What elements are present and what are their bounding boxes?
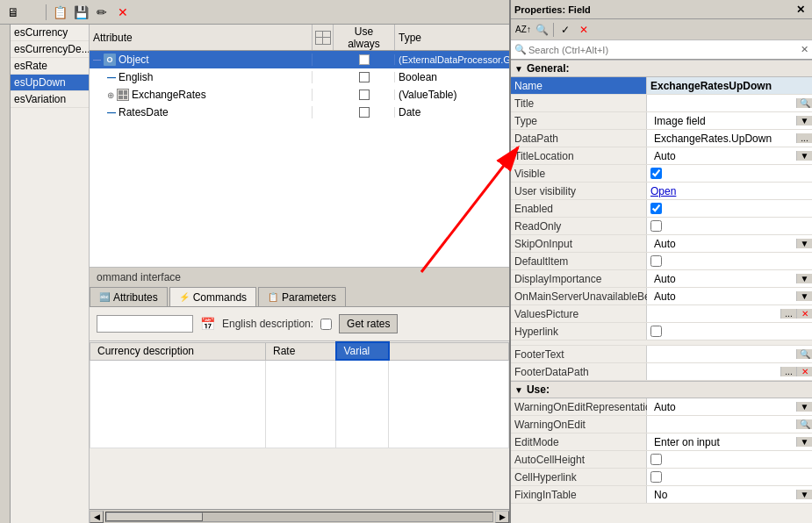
warningoneditrepr-dropdown-btn[interactable]: ▼: [796, 402, 812, 412]
props-close-tool-btn[interactable]: ✕: [575, 21, 593, 39]
displayimportance-dropdown-btn[interactable]: ▼: [796, 274, 812, 283]
tree-row-english[interactable]: — English Boolean: [90, 68, 509, 86]
defaultitem-checkbox[interactable]: [650, 255, 662, 267]
english-use-checkbox[interactable]: [359, 72, 370, 82]
prop-value-titlelocation[interactable]: Auto ▼: [647, 147, 812, 164]
prop-value-name[interactable]: [647, 77, 812, 94]
readonly-checkbox[interactable]: [650, 220, 662, 232]
visible-checkbox[interactable]: [650, 168, 662, 179]
prop-value-displayimportance[interactable]: Auto ▼: [647, 270, 812, 287]
prop-value-enabled[interactable]: [647, 200, 812, 217]
toolbar-save-btn[interactable]: 💾: [71, 3, 90, 22]
search-clear-icon[interactable]: ✕: [801, 44, 808, 55]
prop-input-title[interactable]: [650, 97, 796, 110]
skiponinput-dropdown-btn[interactable]: ▼: [796, 239, 812, 248]
use-section-header[interactable]: ▼ Use:: [511, 381, 812, 398]
ratesdate-use-checkbox[interactable]: [359, 107, 370, 118]
search-input[interactable]: [528, 45, 799, 55]
footerdatapath-clear-btn[interactable]: ✕: [796, 367, 812, 376]
sidebar-item-escurrency[interactable]: esCurrency: [11, 25, 89, 41]
scroll-right-btn[interactable]: ▶: [495, 511, 509, 523]
properties-close-btn[interactable]: ✕: [793, 2, 808, 18]
footertext-search-btn[interactable]: 🔍: [796, 349, 812, 359]
prop-input-name[interactable]: [650, 80, 808, 92]
toolbar-copy-btn[interactable]: 📋: [50, 3, 69, 22]
props-check-btn[interactable]: ✓: [557, 21, 574, 39]
english-desc-checkbox[interactable]: [320, 319, 332, 330]
fixingintable-dropdown-btn[interactable]: ▼: [796, 490, 812, 499]
valuespicture-clear-btn[interactable]: ✕: [796, 309, 812, 319]
type-dropdown[interactable]: Image field ▼: [650, 115, 812, 127]
editmode-dropdown[interactable]: Enter on input ▼: [650, 436, 812, 448]
prop-value-defaultitem[interactable]: [647, 253, 812, 269]
prop-value-cellhyperlink[interactable]: [647, 469, 812, 485]
tab-commands[interactable]: ⚡ Commands: [169, 287, 256, 306]
horizontal-scrollbar[interactable]: ◀ ▶: [90, 509, 509, 523]
get-rates-button[interactable]: Get rates: [339, 314, 398, 333]
displayimportance-dropdown[interactable]: Auto ▼: [650, 273, 812, 285]
valuespicture-ellipsis-btn[interactable]: ...: [780, 309, 796, 319]
tab-attributes[interactable]: 🔤 Attributes: [90, 287, 168, 306]
warningoneditrepr-dropdown[interactable]: Auto ▼: [650, 401, 812, 413]
sidebar-item-esvariation[interactable]: esVariation: [11, 91, 89, 108]
prop-value-uservisibility[interactable]: Open: [647, 183, 812, 199]
sidebar-item-escurrencyde[interactable]: esCurrencyDe...: [11, 41, 89, 58]
titlelocation-dropdown-btn[interactable]: ▼: [796, 151, 812, 161]
editmode-dropdown-btn[interactable]: ▼: [796, 437, 812, 447]
prop-value-valuespicture[interactable]: ... ✕: [647, 305, 812, 322]
prop-value-footertext[interactable]: 🔍: [647, 346, 812, 362]
object-use-checkbox[interactable]: [359, 54, 370, 65]
datapath-ellipsis-btn[interactable]: ...: [796, 133, 812, 143]
titlelocation-dropdown[interactable]: Auto ▼: [650, 150, 812, 162]
command-interface-bar[interactable]: ommand interface: [90, 267, 509, 286]
prop-input-footertext[interactable]: [650, 348, 796, 361]
prop-value-warningonedit[interactable]: 🔍: [647, 416, 812, 433]
type-dropdown-btn[interactable]: ▼: [796, 116, 812, 125]
general-section-header[interactable]: ▼ General:: [511, 60, 812, 77]
cellhyperlink-checkbox[interactable]: [650, 471, 662, 483]
toolbar-monitor-btn[interactable]: 🖥: [4, 3, 23, 22]
sidebar-item-esupdown[interactable]: esUpDown: [11, 75, 89, 91]
prop-value-autocellheight[interactable]: [647, 451, 812, 468]
sidebar-item-esrate[interactable]: esRate: [11, 58, 89, 75]
autocellheight-checkbox[interactable]: [650, 454, 662, 465]
prop-value-visible[interactable]: [647, 165, 812, 182]
onmainserver-dropdown[interactable]: Auto ▼: [650, 290, 812, 303]
user-visibility-link[interactable]: Open: [650, 185, 676, 197]
prop-value-title[interactable]: 🔍: [647, 95, 812, 111]
scroll-left-btn[interactable]: ◀: [90, 511, 104, 523]
prop-input-warningonedit[interactable]: [650, 419, 796, 431]
enabled-checkbox[interactable]: [650, 203, 662, 214]
warningonedit-search-btn[interactable]: 🔍: [796, 419, 812, 429]
skiponinput-dropdown[interactable]: Auto ▼: [650, 238, 812, 250]
calendar-icon[interactable]: 📅: [200, 317, 215, 331]
exchangerates-use-checkbox[interactable]: [359, 90, 370, 100]
hyperlink-checkbox[interactable]: [650, 326, 662, 337]
prop-row-title: Title 🔍: [511, 95, 812, 112]
prop-value-fixingintable[interactable]: No ▼: [647, 486, 812, 503]
onmainserver-dropdown-btn[interactable]: ▼: [796, 291, 812, 301]
prop-value-footerdatapath[interactable]: ... ✕: [647, 363, 812, 380]
prop-value-editmode[interactable]: Enter on input ▼: [647, 433, 812, 450]
prop-row-fixingintable: FixingInTable No ▼: [511, 486, 812, 504]
prop-value-hyperlink[interactable]: [647, 323, 812, 340]
date-input[interactable]: [97, 315, 193, 333]
prop-value-skiponinput[interactable]: Auto ▼: [647, 235, 812, 252]
props-sort-btn[interactable]: AZ↑: [514, 21, 532, 39]
toolbar-edit-btn[interactable]: ✏: [92, 3, 111, 22]
tree-row-exchangerates[interactable]: ⊕ ExchangeRates (ValueTable): [90, 86, 509, 104]
tree-row-ratesdate[interactable]: — RatesDate Date: [90, 104, 509, 121]
props-search-tool-btn[interactable]: 🔍: [533, 21, 550, 39]
tree-row-object[interactable]: — O Object (ExternalDataProcessor.Gettin…: [90, 51, 509, 68]
prop-value-onmainserver[interactable]: Auto ▼: [647, 288, 812, 304]
tab-parameters[interactable]: 📋 Parameters: [258, 287, 346, 306]
prop-value-datapath[interactable]: ExchangeRates.UpDown ...: [647, 130, 812, 147]
footerdatapath-ellipsis-btn[interactable]: ...: [780, 367, 796, 376]
fixingintable-dropdown[interactable]: No ▼: [650, 489, 812, 501]
prop-value-type[interactable]: Image field ▼: [647, 112, 812, 129]
title-search-btn[interactable]: 🔍: [796, 98, 812, 108]
prop-value-warningoneditrepr[interactable]: Auto ▼: [647, 398, 812, 415]
toolbar-delete-btn[interactable]: ✕: [113, 3, 133, 22]
prop-value-readonly[interactable]: [647, 218, 812, 234]
scroll-thumb[interactable]: [106, 512, 203, 521]
